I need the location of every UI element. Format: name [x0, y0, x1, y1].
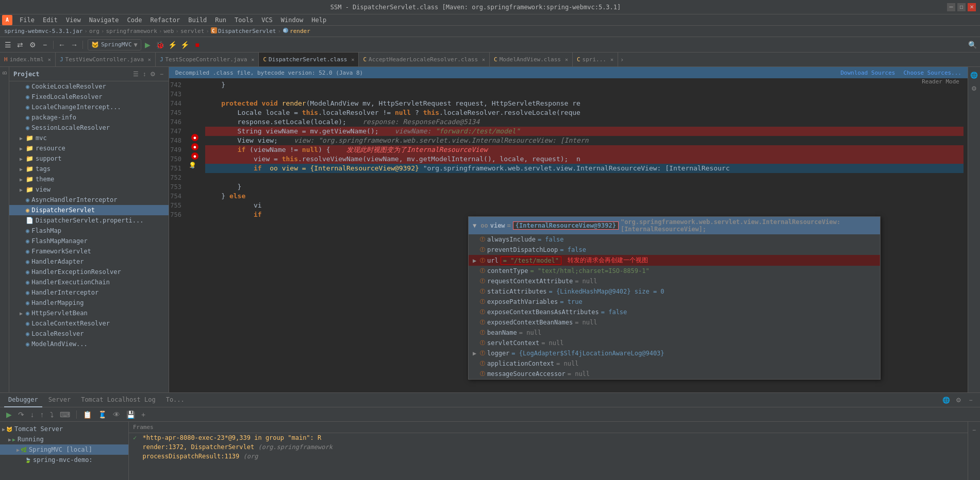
- tab-tomcat-log[interactable]: Tomcat Localhost Log: [77, 393, 160, 407]
- tree-handleradapter[interactable]: ◉ HandlerAdapter: [9, 256, 169, 267]
- tab-close-modelandview[interactable]: ✕: [565, 57, 568, 62]
- tree-localecontextresolver[interactable]: ◉ LocaleContextResolver: [9, 318, 169, 329]
- stop-button[interactable]: ■: [192, 39, 203, 50]
- debug-resume-icon[interactable]: ▶: [4, 409, 14, 420]
- popup-row-beanname[interactable]: ⓕ beanName = null: [469, 328, 880, 338]
- tab-testviewcontroller[interactable]: J TestViewController.java ✕: [56, 53, 156, 67]
- tree-dispatcherprops[interactable]: 📄 DispatcherServlet.properti...: [9, 215, 169, 226]
- toolbar-minus-icon[interactable]: −: [39, 39, 51, 50]
- tab-modelandview[interactable]: C ModelAndView.class ✕: [490, 53, 573, 67]
- menu-build[interactable]: Build: [184, 14, 211, 26]
- debug-eval-expr[interactable]: ⌨: [58, 409, 72, 420]
- popup-row-requestcontext[interactable]: ⓕ requestContextAttribute = null: [469, 276, 880, 286]
- menu-code[interactable]: Code: [123, 14, 146, 26]
- popup-row-preventdispatch[interactable]: ⓕ preventDispatchLoop = false: [469, 245, 880, 255]
- srv-springmvc[interactable]: ▶ 🌿 SpringMVC [local]: [0, 444, 128, 455]
- tree-resource[interactable]: ▶ 📁 resource: [9, 143, 169, 153]
- tree-modelandview[interactable]: ◉ ModelAndView...: [9, 339, 169, 349]
- menu-vcs[interactable]: VCS: [257, 14, 277, 26]
- menu-tools[interactable]: Tools: [230, 14, 257, 26]
- maximize-button[interactable]: □: [957, 3, 966, 11]
- tree-handlerexception[interactable]: ◉ HandlerExceptionResolver: [9, 267, 169, 277]
- tab-close-testscope[interactable]: ✕: [251, 57, 254, 62]
- toolbar-search-icon[interactable]: 🔍: [967, 39, 978, 50]
- tab-close-acceptheader[interactable]: ✕: [482, 57, 485, 62]
- toolbar-list-icon[interactable]: ☰: [2, 39, 13, 50]
- debug-step-into-icon[interactable]: ↓: [28, 409, 36, 420]
- menu-view[interactable]: View: [62, 14, 85, 26]
- bc-dispatcherservlet[interactable]: DispatcherServlet: [218, 28, 276, 35]
- debug-memory-icon[interactable]: 💾: [124, 409, 137, 420]
- tree-support[interactable]: ▶ 📁 support: [9, 153, 169, 164]
- tree-theme[interactable]: ▶ 📁 theme: [9, 174, 169, 184]
- popup-header[interactable]: ▼ oo view = {InternalResourceView@9392} …: [469, 217, 880, 234]
- tab-testscopecontroller[interactable]: J TestScopeController.java ✕: [156, 53, 259, 67]
- tab-server[interactable]: Server: [44, 393, 75, 407]
- tab-close-dispatcher[interactable]: ✕: [351, 57, 354, 62]
- tab-debugger[interactable]: Debugger: [4, 393, 42, 407]
- tree-sessionlocale[interactable]: ◉ SessionLocaleResolver: [9, 123, 169, 133]
- minimize-button[interactable]: ─: [947, 3, 955, 11]
- sidebar-sort-icon[interactable]: ↕: [142, 70, 147, 79]
- popup-row-appcontext[interactable]: ⓕ applicationContext = null: [469, 358, 880, 369]
- menu-navigate[interactable]: Navigate: [85, 14, 123, 26]
- tree-localechange[interactable]: ◉ LocaleChangeIntercept...: [9, 102, 169, 112]
- bottom-globe-icon[interactable]: 🌐: [941, 395, 951, 405]
- popup-row-exposecontext[interactable]: ⓕ exposeContextBeansAsAttributes = false: [469, 307, 880, 317]
- popup-row-url[interactable]: ▶ ⓕ url = "/test/model" 转发的请求会再创建一个视图: [469, 255, 880, 266]
- bottom-strip-icon[interactable]: −: [968, 424, 981, 436]
- bottom-minimize-icon[interactable]: −: [966, 395, 976, 405]
- tree-flashmapmanager[interactable]: ◉ FlashMapManager: [9, 236, 169, 246]
- frame-2[interactable]: ✓ processDispatchResult:1139 (org: [129, 452, 968, 461]
- popup-row-alwaysinclude[interactable]: ⓕ alwaysInclude = false: [469, 234, 880, 245]
- tree-fixedlocaleresolver[interactable]: ◉ FixedLocaleResolver: [9, 92, 169, 102]
- debug-frames-icon[interactable]: 📋: [81, 409, 94, 420]
- right-icon-globe[interactable]: 🌐: [968, 69, 981, 81]
- debug-add-icon[interactable]: +: [139, 409, 147, 420]
- menu-window[interactable]: Window: [277, 14, 307, 26]
- tree-handlerinterceptor[interactable]: ◉ HandlerInterceptor: [9, 287, 169, 298]
- bottom-settings-icon[interactable]: ⚙: [953, 395, 964, 405]
- toolbar-nav-back[interactable]: ←: [56, 39, 68, 50]
- bc-org[interactable]: org: [89, 28, 99, 35]
- download-sources-link[interactable]: Download Sources: [840, 70, 895, 76]
- tree-handlerexecution[interactable]: ◉ HandlerExecutionChain: [9, 277, 169, 287]
- profile-button[interactable]: ⚡: [179, 39, 191, 50]
- tree-mvc[interactable]: ▶ 📁 mvc: [9, 133, 169, 143]
- tab-index-html[interactable]: H index.html ✕: [0, 53, 56, 67]
- debug-run-to-cursor[interactable]: ⤵: [48, 409, 56, 420]
- tree-asynchandler[interactable]: ◉ AsyncHandlerInterceptor: [9, 195, 169, 205]
- popup-row-staticattr[interactable]: ⓕ staticAttributes = {LinkedHashMap@9402…: [469, 286, 880, 297]
- sidebar-settings-icon[interactable]: ⚙: [149, 70, 157, 79]
- tab-dispatcherservlet[interactable]: C DispatcherServlet.class ✕: [259, 53, 359, 67]
- tree-packageinfo[interactable]: ◉ package-info: [9, 112, 169, 123]
- tree-handlermapping[interactable]: ◉ HandlerMapping: [9, 298, 169, 308]
- bc-servlet[interactable]: servlet: [180, 28, 204, 35]
- tree-tags[interactable]: ▶ 📁 tags: [9, 164, 169, 174]
- srv-running[interactable]: ▶ ▶ Running: [0, 434, 128, 444]
- bc-web[interactable]: web: [163, 28, 174, 35]
- menu-run[interactable]: Run: [211, 14, 230, 26]
- tree-httpservletbean[interactable]: ▶ ◉ HttpServletBean: [9, 308, 169, 318]
- toolbar-nav-fwd[interactable]: →: [69, 39, 80, 50]
- run-config-dropdown-icon[interactable]: ▼: [134, 41, 138, 48]
- debug-watches-icon[interactable]: 👁: [111, 409, 122, 420]
- tabs-overflow-icon[interactable]: ›: [618, 56, 626, 63]
- close-button[interactable]: ✕: [968, 3, 976, 11]
- debug-step-out-icon[interactable]: ↑: [38, 409, 46, 420]
- tab-spri[interactable]: C spri... ✕: [573, 53, 618, 67]
- frame-0[interactable]: ✓ *http-apr-8080-exec-23*@9,339 in group…: [129, 433, 968, 442]
- bookmarks-icon[interactable]: B: [1, 69, 9, 77]
- tab-acceptheader[interactable]: C AcceptHeaderLocaleResolver.class ✕: [359, 53, 490, 67]
- tab-to[interactable]: To...: [162, 393, 189, 407]
- srv-tomcat-server[interactable]: ▶ 🐱 Tomcat Server: [0, 424, 128, 434]
- frame-1[interactable]: ✓ render:1372, DispatcherServlet (org.sp…: [129, 442, 968, 452]
- menu-refactor[interactable]: Refactor: [146, 14, 184, 26]
- tab-close-testview[interactable]: ✕: [148, 57, 151, 62]
- tree-dispatcherservlet[interactable]: ◉ DispatcherServlet: [9, 205, 169, 215]
- run-with-coverage[interactable]: ⚡: [167, 39, 178, 50]
- tree-view[interactable]: ▶ 📁 view: [9, 184, 169, 195]
- tree-flashmap[interactable]: ◉ FlashMap: [9, 226, 169, 236]
- toolbar-align-icon[interactable]: ⇄: [14, 39, 26, 50]
- tree-frameworkservlet[interactable]: ◉ FrameworkServlet: [9, 246, 169, 256]
